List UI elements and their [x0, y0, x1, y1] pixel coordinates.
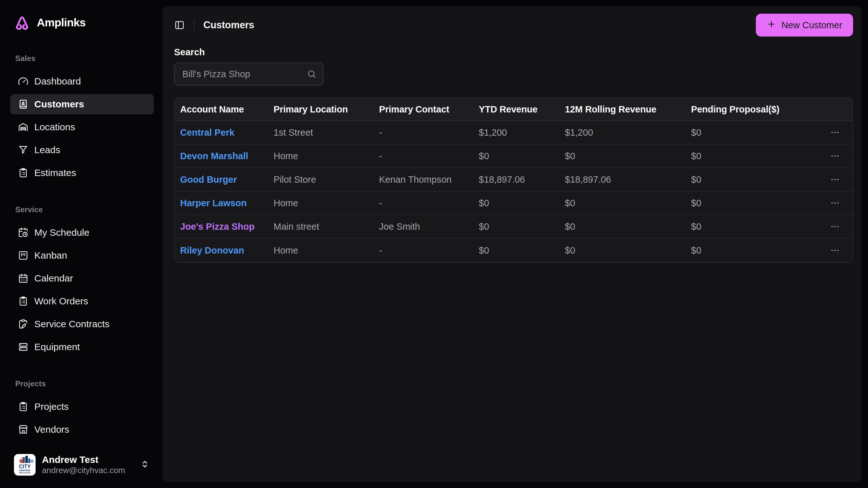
ytd-cell: $1,200 [473, 127, 559, 138]
new-customer-label: New Customer [781, 20, 842, 30]
pending-cell: $0 [686, 151, 817, 161]
contact-cell: Joe Smith [374, 221, 473, 232]
sidebar-item-locations[interactable]: Locations [10, 117, 154, 137]
sidebar-item-label: Calendar [34, 273, 73, 284]
table-header-row: Account NamePrimary LocationPrimary Cont… [175, 98, 852, 121]
contact-cell: - [374, 245, 473, 256]
column-header-primary-location: Primary Location [268, 104, 374, 115]
new-customer-button[interactable]: New Customer [756, 14, 853, 36]
row-actions-button[interactable] [830, 221, 840, 232]
ytd-cell: $0 [473, 221, 559, 232]
ytd-cell: $0 [473, 151, 559, 161]
table-row: Central Perk1st Street-$1,200$1,200$0 [175, 121, 852, 145]
actions-cell [817, 221, 852, 232]
section-label: Sales [15, 54, 154, 63]
account-link[interactable]: Harper Lawson [180, 198, 247, 208]
pending-cell: $0 [686, 245, 817, 256]
sidebar-item-vendors[interactable]: Vendors [10, 419, 154, 440]
sidebar-item-work-orders[interactable]: Work Orders [10, 291, 154, 311]
sidebar-item-projects[interactable]: Projects [10, 396, 154, 417]
brand[interactable]: Amplinks [0, 0, 163, 31]
search-field [174, 63, 323, 86]
sidebar-toggle-button[interactable] [174, 20, 185, 30]
clipboard-list-icon [18, 401, 29, 412]
ytd-cell: $0 [473, 245, 559, 256]
app-root: Amplinks SalesDashboardCustomersLocation… [0, 0, 868, 488]
table-body: Central Perk1st Street-$1,200$1,200$0Dev… [175, 121, 852, 262]
rolling-cell: $0 [559, 245, 686, 256]
sidebar-item-label: Customers [34, 99, 84, 110]
column-header-pending-proposal: Pending Proposal($) [686, 104, 817, 115]
account-cell: Riley Donovan [175, 245, 268, 256]
sidebar-item-my-schedule[interactable]: My Schedule [10, 222, 154, 243]
divider [194, 20, 194, 30]
actions-cell [817, 197, 852, 208]
sidebar-item-label: Equipment [34, 341, 80, 352]
location-cell: Pilot Store [268, 175, 374, 185]
amplinks-logo-icon [14, 14, 31, 31]
sidebar-item-leads[interactable]: Leads [10, 140, 154, 160]
sidebar-item-label: Work Orders [34, 296, 88, 307]
clipboard-pen-icon [18, 319, 29, 330]
table-row: Good BurgerPilot StoreKenan Thompson$18,… [175, 168, 852, 191]
main-panel: Customers New Customer Search Account Na… [163, 6, 862, 482]
server-icon [18, 341, 29, 352]
table-row: Riley DonovanHome-$0$0$0 [175, 239, 852, 262]
column-header-ytd-revenue: YTD Revenue [473, 104, 559, 115]
pending-cell: $0 [686, 198, 817, 208]
account-link[interactable]: Joe's Pizza Shop [180, 221, 254, 232]
user-email: andrew@cityhvac.com [42, 465, 125, 476]
ellipsis-icon [830, 221, 840, 232]
section-label: Projects [15, 379, 154, 388]
rolling-cell: $1,200 [559, 127, 686, 138]
sidebar-item-customers[interactable]: Customers [10, 94, 154, 114]
plus-icon [767, 20, 776, 31]
user-name: Andrew Test [42, 454, 125, 465]
ytd-cell: $18,897.06 [473, 175, 559, 185]
sidebar-item-label: Locations [34, 122, 75, 132]
ellipsis-icon [830, 197, 840, 208]
table-row: Devon MarshallHome-$0$0$0 [175, 145, 852, 168]
row-actions-button[interactable] [830, 174, 840, 185]
location-cell: Home [268, 151, 374, 161]
nav-section-service: ServiceMy ScheduleKanbanCalendarWork Ord… [10, 205, 154, 357]
sidebar-item-calendar[interactable]: Calendar [10, 268, 154, 288]
sidebar-item-service-contracts[interactable]: Service Contracts [10, 314, 154, 334]
calendar-clock-icon [18, 227, 29, 238]
gauge-icon [18, 76, 29, 87]
kanban-icon [18, 250, 29, 261]
row-actions-button[interactable] [830, 245, 840, 256]
contact-book-icon [18, 99, 29, 110]
sidebar-item-dashboard[interactable]: Dashboard [10, 71, 154, 92]
sidebar-item-label: My Schedule [34, 227, 89, 238]
nav-section-sales: SalesDashboardCustomersLocationsLeadsEst… [10, 54, 154, 183]
account-link[interactable]: Good Burger [180, 175, 237, 185]
chevrons-up-down-icon [140, 459, 150, 470]
topbar: Customers New Customer [174, 14, 853, 36]
account-cell: Joe's Pizza Shop [175, 221, 268, 232]
account-link[interactable]: Riley Donovan [180, 245, 244, 255]
row-actions-button[interactable] [830, 127, 840, 138]
search-label: Search [174, 47, 853, 58]
row-actions-button[interactable] [830, 197, 840, 208]
location-cell: Home [268, 245, 374, 256]
sidebar-item-estimates[interactable]: Estimates [10, 163, 154, 183]
sidebar-item-label: Leads [34, 145, 60, 155]
location-cell: Home [268, 198, 374, 208]
rolling-cell: $0 [559, 151, 686, 161]
sidebar-item-kanban[interactable]: Kanban [10, 245, 154, 266]
account-link[interactable]: Central Perk [180, 127, 235, 138]
svg-text:AND COOLING: AND COOLING [19, 472, 31, 474]
sidebar-item-label: Projects [34, 401, 69, 412]
search-input[interactable] [174, 63, 323, 86]
contact-cell: - [374, 198, 473, 208]
sidebar-item-label: Kanban [34, 250, 67, 261]
warehouse-icon [18, 122, 29, 132]
row-actions-button[interactable] [830, 151, 840, 161]
account-link[interactable]: Devon Marshall [180, 151, 248, 161]
user-menu[interactable]: CITY HEATING AND COOLING Andrew Test and… [0, 445, 163, 488]
svg-text:CITY: CITY [19, 463, 31, 469]
sidebar-item-equipment[interactable]: Equipment [10, 337, 154, 357]
sidebar-item-label: Vendors [34, 424, 69, 435]
calendar-days-icon [18, 273, 29, 284]
